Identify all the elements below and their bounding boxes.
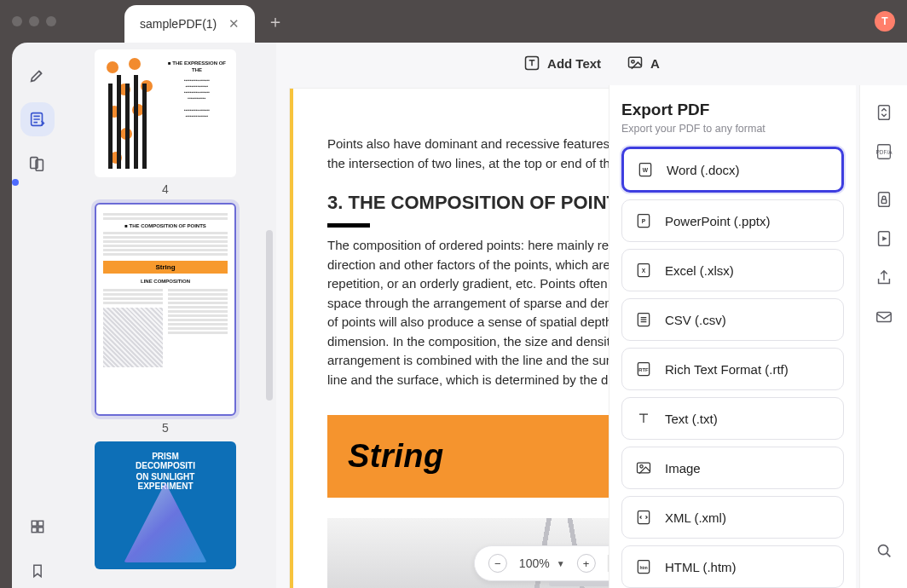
- export-format-xml[interactable]: XML (.xml): [621, 496, 844, 539]
- page-toolbar: Add Text A: [276, 55, 907, 72]
- export-format-image[interactable]: Image: [621, 447, 844, 489]
- highlighter-tool[interactable]: [20, 58, 55, 92]
- svg-text:PDF/A: PDF/A: [875, 149, 893, 155]
- traffic-max[interactable]: [46, 16, 56, 26]
- thumbnail-panel: ■ THE EXPRESSION OF THE ▪▪▪▪▪▪▪▪▪▪▪▪▪▪▪▪…: [63, 43, 276, 588]
- cover-line: ON SUNLIGHT: [136, 472, 195, 481]
- add-text-button[interactable]: Add Text: [523, 55, 601, 72]
- svg-point-9: [632, 61, 634, 63]
- tab-title: samplePDF(1): [140, 17, 217, 31]
- xml-icon: [634, 508, 653, 527]
- mail-button[interactable]: [872, 305, 896, 329]
- search-icon: [875, 541, 893, 560]
- svg-text:X: X: [642, 268, 646, 274]
- svg-rect-24: [878, 106, 889, 120]
- share-button[interactable]: [872, 266, 896, 290]
- svg-text:RTF: RTF: [638, 367, 649, 372]
- export-format-label: Word (.docx): [667, 163, 740, 177]
- export-title: Export PDF: [621, 101, 844, 119]
- thumbnails-scrollbar[interactable]: [266, 230, 273, 401]
- cover-line: DECOMPOSITI: [136, 461, 195, 470]
- svg-point-20: [640, 465, 643, 468]
- search-button[interactable]: [872, 539, 896, 562]
- rtf-icon: RTF: [634, 360, 653, 378]
- svg-text:htm: htm: [639, 565, 648, 570]
- slideshow-button[interactable]: [872, 227, 896, 251]
- txt-icon: [634, 409, 653, 428]
- html-icon: htm: [634, 557, 653, 576]
- annotate-tool[interactable]: [20, 102, 55, 136]
- protect-button[interactable]: [872, 187, 896, 211]
- export-format-label: Image: [665, 461, 701, 476]
- thumbnail-page-5[interactable]: ■ THE COMPOSITION OF POINTS String LINE …: [70, 203, 261, 435]
- convert-button[interactable]: [872, 101, 896, 124]
- export-format-word[interactable]: WWord (.docx): [621, 147, 844, 193]
- thumbnails-toggle[interactable]: [20, 510, 55, 544]
- export-format-label: XML (.xml): [665, 510, 726, 525]
- window-controls: [12, 16, 56, 26]
- close-tab-icon[interactable]: ✕: [228, 16, 240, 32]
- pdfa-button[interactable]: PDF/A: [872, 140, 896, 164]
- thumb-band: String: [103, 261, 228, 274]
- thumbnail-preview: ■ THE COMPOSITION OF POINTS String LINE …: [95, 203, 236, 416]
- svg-rect-30: [876, 313, 891, 322]
- thumbnail-preview: PRISM DECOMPOSITI ON SUNLIGHT EXPERIMENT: [95, 441, 236, 569]
- export-format-txt[interactable]: Text (.txt): [621, 397, 844, 440]
- annotate-icon: [28, 110, 47, 129]
- add-text-label: Add Text: [547, 56, 601, 71]
- thumbnail-preview: ■ THE EXPRESSION OF THE ▪▪▪▪▪▪▪▪▪▪▪▪▪▪▪▪…: [95, 49, 236, 177]
- bookmark-icon: [29, 562, 46, 579]
- svg-rect-19: [638, 463, 650, 473]
- svg-rect-4: [38, 521, 43, 526]
- avatar[interactable]: T: [875, 11, 895, 32]
- svg-text:P: P: [642, 218, 646, 224]
- traffic-min[interactable]: [29, 16, 39, 26]
- thumbnail-page-6[interactable]: PRISM DECOMPOSITI ON SUNLIGHT EXPERIMENT: [70, 441, 261, 569]
- indicator-dot: [12, 179, 19, 186]
- add-image-label-stub: A: [650, 56, 660, 71]
- mail-icon: [875, 308, 893, 326]
- export-format-label: HTML (.htm): [665, 560, 737, 574]
- svg-rect-5: [32, 527, 37, 533]
- export-format-rtf[interactable]: RTFRich Text Format (.rtf): [621, 348, 844, 390]
- bookmark-tool[interactable]: [20, 554, 55, 588]
- export-format-label: PowerPoint (.pptx): [665, 214, 770, 228]
- export-format-ppt[interactable]: PPowerPoint (.pptx): [621, 199, 844, 242]
- export-format-xls[interactable]: XExcel (.xlsx): [621, 249, 844, 291]
- svg-rect-3: [32, 521, 37, 526]
- convert-icon: [875, 103, 893, 122]
- compare-tool[interactable]: [20, 147, 55, 181]
- zoom-in-button[interactable]: +: [577, 554, 596, 573]
- csv-icon: [634, 310, 653, 329]
- export-subtitle: Export your PDF to any format: [621, 123, 844, 135]
- add-image-button[interactable]: A: [627, 55, 660, 72]
- workspace: ■ THE EXPRESSION OF THE ▪▪▪▪▪▪▪▪▪▪▪▪▪▪▪▪…: [12, 43, 907, 588]
- export-format-html[interactable]: htmHTML (.htm): [621, 545, 844, 588]
- heading-rule: [327, 223, 370, 228]
- zoom-level[interactable]: 100%: [519, 556, 550, 570]
- thumbnail-page-4[interactable]: ■ THE EXPRESSION OF THE ▪▪▪▪▪▪▪▪▪▪▪▪▪▪▪▪…: [70, 49, 261, 196]
- new-tab-button[interactable]: ＋: [267, 10, 284, 33]
- compare-icon: [28, 154, 47, 173]
- export-format-label: CSV (.csv): [665, 313, 726, 327]
- cover-line: PRISM: [152, 452, 179, 461]
- zoom-out-button[interactable]: −: [488, 554, 507, 573]
- image-icon: [634, 458, 653, 477]
- thumbnail-number: 5: [70, 421, 261, 435]
- export-format-csv[interactable]: CSV (.csv): [621, 298, 844, 341]
- svg-text:W: W: [643, 167, 649, 173]
- traffic-close[interactable]: [12, 16, 22, 26]
- export-format-label: Text (.txt): [665, 412, 718, 426]
- lock-icon: [875, 190, 893, 209]
- document-tab[interactable]: samplePDF(1) ✕: [124, 5, 255, 43]
- export-format-label: Excel (.xlsx): [665, 263, 734, 278]
- highlighter-icon: [28, 66, 47, 84]
- image-icon: [627, 55, 644, 72]
- left-tool-strip: [12, 43, 63, 588]
- right-tool-rail: PDF/A: [859, 85, 907, 588]
- thumbnail-number: 4: [70, 182, 261, 196]
- zoom-menu-caret[interactable]: ▼: [557, 559, 565, 568]
- svg-rect-28: [881, 199, 887, 204]
- svg-point-31: [878, 545, 887, 555]
- xls-icon: X: [634, 261, 653, 280]
